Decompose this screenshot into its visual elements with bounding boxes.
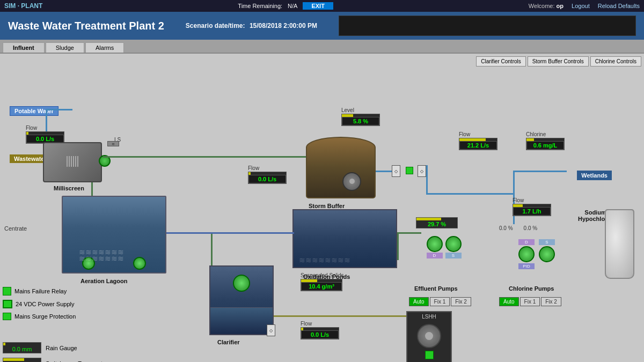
pipe-aer-clar-v [211,232,213,267]
legend-mains-failure: Mains Failure Relay [3,287,76,295]
lshh-box: LSHH [406,311,452,362]
pipe-potable-h [46,109,72,110]
brand-logo: SIM · PLANT [4,2,42,10]
storm-buffer [306,137,376,198]
chlorine-pump-1 [518,246,535,262]
lshh-green-ind [425,351,434,359]
time-value: N/A [288,3,297,9]
milliscreen-label [67,156,78,168]
oxidation-pond: ≋≋≋≋≋≋≋≋ [292,209,397,268]
clarifier [209,265,274,335]
ss-value: 10.4 g/m³ [301,282,342,291]
aeration-lagoon-label: Aeration Lagoon [80,278,127,284]
legend-power-supply: 24 VDC Power Supply [3,300,76,308]
switchroom-label: Switchroom Temperature [46,360,111,363]
logout-link[interactable]: Logout [572,3,590,9]
rain-gauge-label: Rain Gauge [46,345,77,351]
level-measurement: Level 5.8 % [341,107,380,126]
effluent-fix1-button[interactable]: Fix 1 [430,297,450,306]
centrate-label: Centrate [4,225,27,232]
chlorine-fix2-button[interactable]: Fix 2 [541,297,561,306]
clarifier-controls-button[interactable]: Clarifier Controls [476,56,525,67]
tab-sludge[interactable]: Sludge [46,42,84,53]
flow4-label: Flow [301,321,339,327]
power-supply-indicator [3,300,12,308]
valve-2[interactable]: ◇ [418,165,426,177]
title-bar: Waste Water Treatment Plant 2 Scenario d… [0,12,644,40]
s-label-2: S [539,239,555,245]
mains-failure-indicator [3,287,11,295]
pipe-mill-storm-h [103,156,310,158]
valve-indicator-green [406,167,413,174]
flow-measurement-3: Flow 21.2 L/s [459,131,497,150]
pipe-v-2 [426,165,428,195]
page-title: Waste Water Treatment Plant 2 [8,20,164,32]
effluent-pump-1 [427,236,443,252]
ss-label: Suspended Solids [301,272,344,278]
top-bar: SIM · PLANT Time Remaining: N/A EXIT Wel… [0,0,644,12]
lshh-pump [417,324,441,348]
chlorine-pump-buttons: Auto Fix 1 Fix 2 [499,297,561,306]
flow3-value: 21.2 L/s [459,141,497,150]
effluent-fix2-button[interactable]: Fix 2 [451,297,471,306]
d-label-1: D [427,253,443,258]
exit-button[interactable]: EXIT [303,2,333,10]
chlorine-fix1-button[interactable]: Fix 1 [520,297,540,306]
chlorine-controls-button[interactable]: Chlorine Controls [590,56,641,67]
power-supply-label: 24 VDC Power Supply [16,301,74,307]
flow5-value: 1.7 L/h [513,207,551,216]
s-label-1: S [445,253,462,258]
effluent-pumps-area: D S [409,225,479,258]
flow2-label: Flow [248,165,287,171]
suspended-solids-measurement: Suspended Solids 10.4 g/m³ [301,272,344,291]
effluent-auto-button[interactable]: Auto [409,297,429,306]
rain-gauge-value: 0.0 mm [3,345,41,353]
clarifier-label: Clarifier [217,339,240,345]
pipe-ox-right-v [397,233,399,260]
tabs-bar: Influent Sludge Alarms [0,40,644,54]
scenario-value: 15/08/2018 2:00:00 PM [250,22,317,29]
flow-measurement-1: Flow 0.0 L/s [26,125,64,144]
flow5-label: Flow [513,197,551,203]
surge-protection-indicator [3,313,11,320]
valve-3[interactable]: ◇ [267,324,275,336]
flow2-value: 0.0 L/s [248,175,286,183]
valve-1[interactable]: ◇ [392,165,400,177]
pid-label-1: PID [518,263,535,269]
potable-water-label: Potable Water [10,106,58,116]
effluent-pump-buttons: Auto Fix 1 Fix 2 [409,297,471,306]
scenario-info: Scenario date/time: 15/08/2018 2:00:00 P… [186,22,317,29]
tab-influent[interactable]: Influent [3,42,45,53]
d-label-2: D [518,239,535,245]
aeration-lagoon: ≋≋≋≋≋≋≋ ≋≋≋≋≋≋≋ [62,196,166,274]
scenario-label: Scenario date/time: [186,22,245,29]
level-value: 5.8 % [342,117,379,125]
chlorine-label: Chlorine [526,131,565,137]
time-label: Time Remaining: [238,3,282,9]
legend-area: Mains Failure Relay 24 VDC Power Supply … [3,287,76,324]
level-label: Level [341,107,380,113]
chlorine-pumps-label: Chlorine Pumps [509,285,554,292]
effluent-pump-2 [445,236,462,252]
chlorine-pump-2 [539,246,555,262]
tab-alarms[interactable]: Alarms [85,42,124,53]
flow3-label: Flow [459,131,497,137]
storm-buffer-pump [342,172,361,191]
mains-failure-label: Mains Failure Relay [14,288,67,294]
flow-measurement-4: Flow 0.0 L/s [301,321,339,339]
pipe-clar-h [271,315,412,317]
flow-measurement-2: Flow 0.0 L/s [248,165,287,184]
pipe-storm-out-h [376,171,392,172]
flow4-value: 0.0 L/s [301,330,339,339]
storm-buffer-controls-button[interactable]: Storm Buffer Controls [528,56,589,67]
video-panel [339,16,636,36]
chlorine-pumps-area: 0.0 % 0.0 % D PID S [499,225,574,269]
chlorine-auto-button[interactable]: Auto [499,297,519,306]
aerator-2 [133,257,146,270]
reload-link[interactable]: Reload Defaults [598,3,640,9]
storm-buffer-label: Storm Buffer [309,203,345,209]
ls-symbol: ≋ [107,141,119,146]
control-buttons: Clarifier Controls Storm Buffer Controls… [476,56,641,67]
lshh-label-text: LSHH [407,312,451,321]
clarifier-pump [233,275,250,292]
